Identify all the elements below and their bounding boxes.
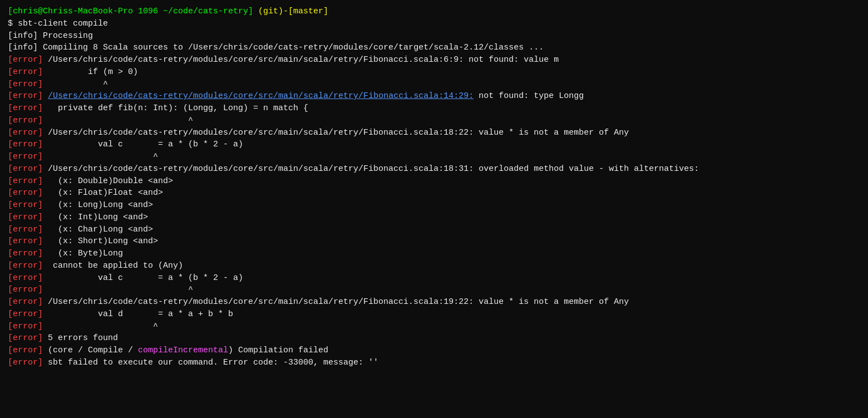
error1: [error] /Users/chris/code/cats-retry/mod… xyxy=(8,54,860,66)
error17: [error] (x: Byte)Long xyxy=(8,248,860,260)
error7: [error] /Users/chris/code/cats-retry/mod… xyxy=(8,127,860,139)
error22: [error] val d = a * a + b * b xyxy=(8,308,860,321)
error6: [error] ^ xyxy=(8,115,860,127)
error10: [error] /Users/chris/code/cats-retry/mod… xyxy=(8,163,860,175)
error13: [error] (x: Long)Long <and> xyxy=(8,199,860,212)
error9: [error] ^ xyxy=(8,151,860,163)
error4: [error] /Users/chris/code/cats-retry/mod… xyxy=(8,90,860,102)
error24: [error] 5 errors found xyxy=(8,332,860,345)
error5: [error] private def fib(n: Int): (Longg,… xyxy=(8,102,860,115)
error15: [error] (x: Char)Long <and> xyxy=(8,224,860,236)
error12: [error] (x: Float)Float <and> xyxy=(8,187,860,199)
error20: [error] ^ xyxy=(8,284,860,296)
error2: [error] if (m > 0) xyxy=(8,66,860,78)
error19: [error] val c = a * (b * 2 - a) xyxy=(8,272,860,284)
error8: [error] val c = a * (b * 2 - a) xyxy=(8,139,860,151)
prompt-header: [chris@Chriss-MacBook-Pro 1096 ~/code/ca… xyxy=(8,6,860,18)
error16: [error] (x: Short)Long <and> xyxy=(8,235,860,248)
info1: [info] Processing xyxy=(8,30,860,42)
error11: [error] (x: Double)Double <and> xyxy=(8,175,860,188)
info2: [info] Compiling 8 Scala sources to /Use… xyxy=(8,42,860,54)
error14: [error] (x: Int)Long <and> xyxy=(8,212,860,224)
command: $ sbt-client compile xyxy=(8,18,860,30)
error21: [error] /Users/chris/code/cats-retry/mod… xyxy=(8,296,860,308)
terminal: [chris@Chriss-MacBook-Pro 1096 ~/code/ca… xyxy=(8,6,860,369)
error26: [error] sbt failed to execute our comman… xyxy=(8,357,860,369)
error25: [error] (core / Compile / compileIncreme… xyxy=(8,345,860,357)
error3: [error] ^ xyxy=(8,78,860,91)
error23: [error] ^ xyxy=(8,321,860,333)
error18: [error] cannot be applied to (Any) xyxy=(8,260,860,272)
